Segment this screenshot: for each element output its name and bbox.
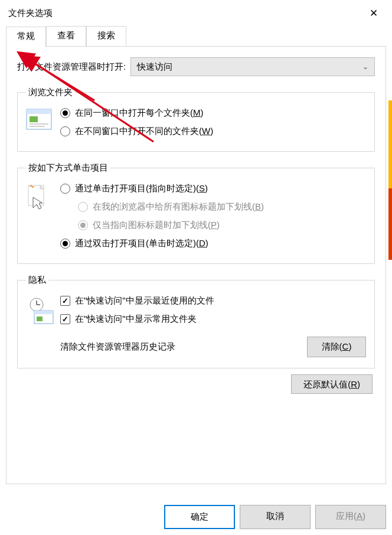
radio-icon <box>60 239 70 249</box>
privacy-legend: 隐私 <box>26 275 48 286</box>
radio-diff-window-label: 在不同窗口中打开不同的文件夹(W) <box>75 126 213 137</box>
svg-rect-4 <box>30 126 45 127</box>
browse-folders-group: 浏览文件夹 在同一窗口中打开每个文件夹(M) 在不同窗口中打开不 <box>17 87 375 152</box>
click-items-group: 按如下方式单击项目 通过单击打开项目(指向时选定)(S) 在我的浏览器中给所有图… <box>17 162 375 264</box>
restore-defaults-button[interactable]: 还原默认值(R) <box>291 374 373 394</box>
browse-legend: 浏览文件夹 <box>26 87 75 98</box>
svg-rect-12 <box>34 311 53 314</box>
open-explorer-select[interactable]: 快速访问 ⌄ <box>130 57 375 76</box>
radio-same-window-label: 在同一窗口中打开每个文件夹(M) <box>75 107 204 119</box>
ok-button[interactable]: 确定 <box>164 505 235 529</box>
folder-window-icon <box>26 104 52 134</box>
check-frequent-label: 在"快速访问"中显示常用文件夹 <box>75 314 197 325</box>
check-recent-label: 在"快速访问"中显示最近使用的文件 <box>75 295 214 306</box>
radio-icon <box>78 220 88 230</box>
click-legend: 按如下方式单击项目 <box>26 162 110 174</box>
svg-rect-2 <box>30 116 38 122</box>
clear-button[interactable]: 清除(C) <box>307 337 366 357</box>
svg-rect-13 <box>37 317 43 321</box>
checkbox-icon <box>60 296 70 306</box>
dialog-footer: 确定 取消 应用(A) <box>164 505 386 529</box>
radio-double-click[interactable]: 通过双击打开项目(单击时选定)(D) <box>60 234 366 253</box>
tab-bar: 常规 查看 搜索 <box>0 26 392 46</box>
radio-same-window[interactable]: 在同一窗口中打开每个文件夹(M) <box>60 104 366 122</box>
history-icon <box>26 292 52 327</box>
privacy-group: 隐私 在"快速访问"中显示最近使用的文件 <box>17 275 375 368</box>
check-frequent-folders[interactable]: 在"快速访问"中显示常用文件夹 <box>60 310 366 328</box>
radio-double-click-label: 通过双击打开项目(单击时选定)(D) <box>75 238 208 249</box>
decorative-accent <box>388 100 392 260</box>
close-icon[interactable]: ✕ <box>364 5 384 22</box>
apply-button[interactable]: 应用(A) <box>315 505 386 529</box>
svg-rect-1 <box>27 109 51 114</box>
clear-history-label: 清除文件资源管理器历史记录 <box>60 341 175 353</box>
radio-diff-window[interactable]: 在不同窗口中打开不同的文件夹(W) <box>60 122 366 141</box>
tab-general[interactable]: 常规 <box>6 27 46 47</box>
radio-icon <box>78 202 88 212</box>
check-recent-files[interactable]: 在"快速访问"中显示最近使用的文件 <box>60 292 366 310</box>
radio-underline-point-label: 仅当指向图标标题时加下划线(P) <box>93 220 220 231</box>
radio-icon <box>60 126 70 136</box>
radio-underline-point: 仅当指向图标标题时加下划线(P) <box>60 216 366 234</box>
titlebar: 文件夹选项 ✕ <box>0 0 392 26</box>
radio-underline-all-label: 在我的浏览器中给所有图标标题加下划线(B) <box>93 201 264 213</box>
chevron-down-icon: ⌄ <box>362 63 368 71</box>
open-explorer-label: 打开文件资源管理器时打开: <box>17 61 126 73</box>
open-explorer-row: 打开文件资源管理器时打开: 快速访问 ⌄ <box>17 57 375 76</box>
tab-panel: 打开文件资源管理器时打开: 快速访问 ⌄ 浏览文件夹 在同一窗口中打开每个文 <box>6 46 386 484</box>
tab-view[interactable]: 查看 <box>46 26 86 46</box>
radio-single-click-label: 通过单击打开项目(指向时选定)(S) <box>75 183 208 194</box>
window-title: 文件夹选项 <box>8 8 53 19</box>
cursor-file-icon <box>26 180 52 212</box>
radio-icon <box>60 108 70 118</box>
tab-search[interactable]: 搜索 <box>86 26 126 46</box>
radio-underline-all: 在我的浏览器中给所有图标标题加下划线(B) <box>60 198 366 216</box>
radio-icon <box>60 184 70 194</box>
checkbox-icon <box>60 314 70 324</box>
radio-single-click[interactable]: 通过单击打开项目(指向时选定)(S) <box>60 180 366 198</box>
open-explorer-value: 快速访问 <box>137 61 172 73</box>
svg-rect-3 <box>30 123 48 125</box>
cancel-button[interactable]: 取消 <box>240 505 311 529</box>
